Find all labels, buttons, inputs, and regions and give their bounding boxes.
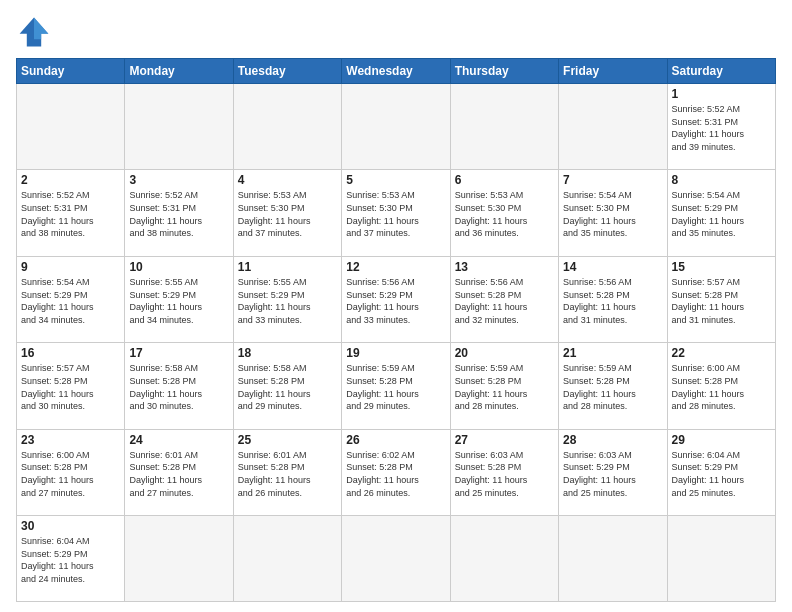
day-number: 9 bbox=[21, 260, 120, 274]
week-row-2: 2Sunrise: 5:52 AM Sunset: 5:31 PM Daylig… bbox=[17, 170, 776, 256]
weekday-header-wednesday: Wednesday bbox=[342, 59, 450, 84]
day-info: Sunrise: 5:59 AM Sunset: 5:28 PM Dayligh… bbox=[563, 362, 662, 412]
day-number: 6 bbox=[455, 173, 554, 187]
logo bbox=[16, 14, 56, 50]
calendar-cell: 12Sunrise: 5:56 AM Sunset: 5:29 PM Dayli… bbox=[342, 256, 450, 342]
day-info: Sunrise: 5:52 AM Sunset: 5:31 PM Dayligh… bbox=[672, 103, 771, 153]
day-number: 23 bbox=[21, 433, 120, 447]
day-info: Sunrise: 6:00 AM Sunset: 5:28 PM Dayligh… bbox=[672, 362, 771, 412]
calendar-cell: 28Sunrise: 6:03 AM Sunset: 5:29 PM Dayli… bbox=[559, 429, 667, 515]
day-number: 5 bbox=[346, 173, 445, 187]
day-number: 27 bbox=[455, 433, 554, 447]
week-row-6: 30Sunrise: 6:04 AM Sunset: 5:29 PM Dayli… bbox=[17, 516, 776, 602]
day-info: Sunrise: 5:57 AM Sunset: 5:28 PM Dayligh… bbox=[672, 276, 771, 326]
day-number: 16 bbox=[21, 346, 120, 360]
calendar-cell: 25Sunrise: 6:01 AM Sunset: 5:28 PM Dayli… bbox=[233, 429, 341, 515]
calendar-cell: 22Sunrise: 6:00 AM Sunset: 5:28 PM Dayli… bbox=[667, 343, 775, 429]
logo-icon bbox=[16, 14, 52, 50]
week-row-1: 1Sunrise: 5:52 AM Sunset: 5:31 PM Daylig… bbox=[17, 84, 776, 170]
day-number: 26 bbox=[346, 433, 445, 447]
day-number: 22 bbox=[672, 346, 771, 360]
header bbox=[16, 14, 776, 50]
day-info: Sunrise: 5:56 AM Sunset: 5:28 PM Dayligh… bbox=[455, 276, 554, 326]
calendar-cell bbox=[233, 516, 341, 602]
day-info: Sunrise: 5:57 AM Sunset: 5:28 PM Dayligh… bbox=[21, 362, 120, 412]
calendar-cell: 16Sunrise: 5:57 AM Sunset: 5:28 PM Dayli… bbox=[17, 343, 125, 429]
day-number: 15 bbox=[672, 260, 771, 274]
day-number: 29 bbox=[672, 433, 771, 447]
week-row-5: 23Sunrise: 6:00 AM Sunset: 5:28 PM Dayli… bbox=[17, 429, 776, 515]
calendar-cell bbox=[342, 516, 450, 602]
day-info: Sunrise: 6:03 AM Sunset: 5:28 PM Dayligh… bbox=[455, 449, 554, 499]
calendar-cell: 20Sunrise: 5:59 AM Sunset: 5:28 PM Dayli… bbox=[450, 343, 558, 429]
weekday-header-row: SundayMondayTuesdayWednesdayThursdayFrid… bbox=[17, 59, 776, 84]
calendar-cell: 23Sunrise: 6:00 AM Sunset: 5:28 PM Dayli… bbox=[17, 429, 125, 515]
calendar-cell bbox=[125, 516, 233, 602]
calendar: SundayMondayTuesdayWednesdayThursdayFrid… bbox=[16, 58, 776, 602]
day-info: Sunrise: 6:01 AM Sunset: 5:28 PM Dayligh… bbox=[238, 449, 337, 499]
day-info: Sunrise: 5:59 AM Sunset: 5:28 PM Dayligh… bbox=[455, 362, 554, 412]
day-number: 24 bbox=[129, 433, 228, 447]
calendar-cell bbox=[559, 516, 667, 602]
calendar-cell: 2Sunrise: 5:52 AM Sunset: 5:31 PM Daylig… bbox=[17, 170, 125, 256]
calendar-cell bbox=[17, 84, 125, 170]
calendar-cell: 26Sunrise: 6:02 AM Sunset: 5:28 PM Dayli… bbox=[342, 429, 450, 515]
day-number: 28 bbox=[563, 433, 662, 447]
calendar-cell: 18Sunrise: 5:58 AM Sunset: 5:28 PM Dayli… bbox=[233, 343, 341, 429]
calendar-cell bbox=[450, 84, 558, 170]
weekday-header-sunday: Sunday bbox=[17, 59, 125, 84]
calendar-cell: 7Sunrise: 5:54 AM Sunset: 5:30 PM Daylig… bbox=[559, 170, 667, 256]
day-info: Sunrise: 5:58 AM Sunset: 5:28 PM Dayligh… bbox=[129, 362, 228, 412]
calendar-cell: 11Sunrise: 5:55 AM Sunset: 5:29 PM Dayli… bbox=[233, 256, 341, 342]
day-number: 20 bbox=[455, 346, 554, 360]
day-info: Sunrise: 5:55 AM Sunset: 5:29 PM Dayligh… bbox=[238, 276, 337, 326]
weekday-header-monday: Monday bbox=[125, 59, 233, 84]
weekday-header-saturday: Saturday bbox=[667, 59, 775, 84]
calendar-cell: 5Sunrise: 5:53 AM Sunset: 5:30 PM Daylig… bbox=[342, 170, 450, 256]
day-number: 12 bbox=[346, 260, 445, 274]
day-info: Sunrise: 5:53 AM Sunset: 5:30 PM Dayligh… bbox=[455, 189, 554, 239]
day-info: Sunrise: 5:59 AM Sunset: 5:28 PM Dayligh… bbox=[346, 362, 445, 412]
day-number: 1 bbox=[672, 87, 771, 101]
day-info: Sunrise: 5:56 AM Sunset: 5:28 PM Dayligh… bbox=[563, 276, 662, 326]
day-number: 4 bbox=[238, 173, 337, 187]
day-info: Sunrise: 6:04 AM Sunset: 5:29 PM Dayligh… bbox=[21, 535, 120, 585]
calendar-cell: 10Sunrise: 5:55 AM Sunset: 5:29 PM Dayli… bbox=[125, 256, 233, 342]
day-number: 19 bbox=[346, 346, 445, 360]
day-info: Sunrise: 5:52 AM Sunset: 5:31 PM Dayligh… bbox=[129, 189, 228, 239]
day-info: Sunrise: 6:00 AM Sunset: 5:28 PM Dayligh… bbox=[21, 449, 120, 499]
day-number: 17 bbox=[129, 346, 228, 360]
day-info: Sunrise: 5:54 AM Sunset: 5:30 PM Dayligh… bbox=[563, 189, 662, 239]
day-info: Sunrise: 5:53 AM Sunset: 5:30 PM Dayligh… bbox=[238, 189, 337, 239]
day-info: Sunrise: 6:01 AM Sunset: 5:28 PM Dayligh… bbox=[129, 449, 228, 499]
day-number: 14 bbox=[563, 260, 662, 274]
calendar-cell: 1Sunrise: 5:52 AM Sunset: 5:31 PM Daylig… bbox=[667, 84, 775, 170]
calendar-cell: 15Sunrise: 5:57 AM Sunset: 5:28 PM Dayli… bbox=[667, 256, 775, 342]
calendar-cell: 14Sunrise: 5:56 AM Sunset: 5:28 PM Dayli… bbox=[559, 256, 667, 342]
day-number: 3 bbox=[129, 173, 228, 187]
day-number: 8 bbox=[672, 173, 771, 187]
day-info: Sunrise: 6:03 AM Sunset: 5:29 PM Dayligh… bbox=[563, 449, 662, 499]
page: SundayMondayTuesdayWednesdayThursdayFrid… bbox=[0, 0, 792, 612]
day-info: Sunrise: 5:52 AM Sunset: 5:31 PM Dayligh… bbox=[21, 189, 120, 239]
calendar-cell: 8Sunrise: 5:54 AM Sunset: 5:29 PM Daylig… bbox=[667, 170, 775, 256]
day-info: Sunrise: 6:02 AM Sunset: 5:28 PM Dayligh… bbox=[346, 449, 445, 499]
day-number: 2 bbox=[21, 173, 120, 187]
day-number: 13 bbox=[455, 260, 554, 274]
day-number: 7 bbox=[563, 173, 662, 187]
day-info: Sunrise: 5:58 AM Sunset: 5:28 PM Dayligh… bbox=[238, 362, 337, 412]
day-number: 18 bbox=[238, 346, 337, 360]
calendar-cell bbox=[125, 84, 233, 170]
day-info: Sunrise: 5:54 AM Sunset: 5:29 PM Dayligh… bbox=[21, 276, 120, 326]
calendar-cell: 4Sunrise: 5:53 AM Sunset: 5:30 PM Daylig… bbox=[233, 170, 341, 256]
calendar-cell: 19Sunrise: 5:59 AM Sunset: 5:28 PM Dayli… bbox=[342, 343, 450, 429]
weekday-header-friday: Friday bbox=[559, 59, 667, 84]
calendar-cell: 24Sunrise: 6:01 AM Sunset: 5:28 PM Dayli… bbox=[125, 429, 233, 515]
day-info: Sunrise: 5:56 AM Sunset: 5:29 PM Dayligh… bbox=[346, 276, 445, 326]
weekday-header-thursday: Thursday bbox=[450, 59, 558, 84]
day-info: Sunrise: 6:04 AM Sunset: 5:29 PM Dayligh… bbox=[672, 449, 771, 499]
calendar-cell bbox=[342, 84, 450, 170]
day-number: 25 bbox=[238, 433, 337, 447]
calendar-cell: 6Sunrise: 5:53 AM Sunset: 5:30 PM Daylig… bbox=[450, 170, 558, 256]
calendar-cell: 27Sunrise: 6:03 AM Sunset: 5:28 PM Dayli… bbox=[450, 429, 558, 515]
